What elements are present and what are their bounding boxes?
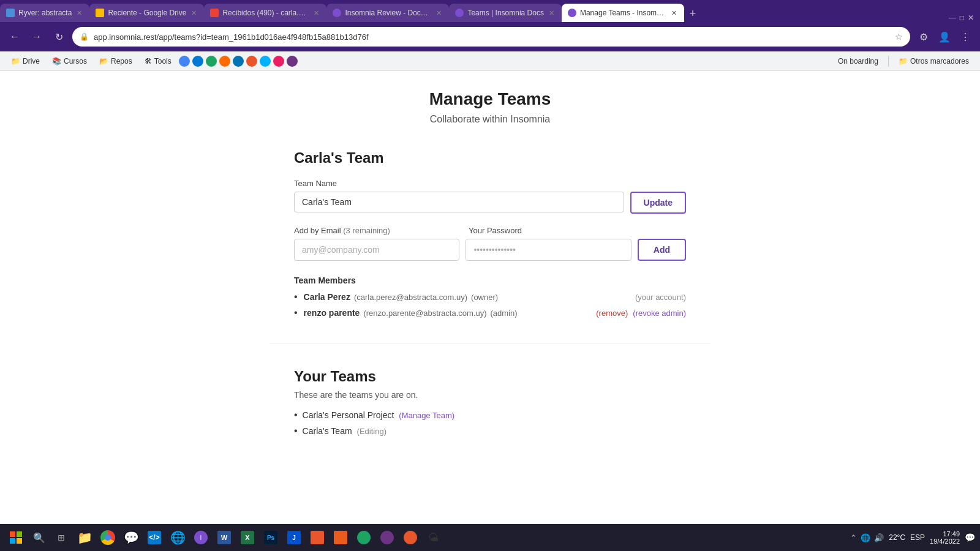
tab-drive-close[interactable]: ✕ (190, 8, 198, 18)
team-item-personal: • Carla's Personal Project (Manage Team) (294, 410, 686, 421)
tab-ryver-label: Ryver: abstracta (18, 9, 72, 17)
member-renzo-role: (admin) (490, 309, 517, 318)
bookmark-item8-icon[interactable] (273, 56, 284, 67)
new-tab-button[interactable]: + (684, 5, 701, 22)
team-bullet-1: • (294, 410, 298, 421)
tab-insomnia-review[interactable]: Insomnia Review - Docume... ✕ (326, 4, 449, 22)
page-content: Manage Teams Collaborate within Insomnia… (0, 71, 980, 475)
tab-ryver[interactable]: Ryver: abstracta ✕ (0, 4, 89, 22)
team-carla-name: Carla's Team (303, 426, 352, 436)
member-renzo-left: • renzo parente (renzo.parente@abstracta… (294, 307, 518, 318)
ryver-favicon (6, 9, 15, 17)
bookmark-separator (888, 56, 889, 67)
bookmark-tools[interactable]: 🛠 Tools (140, 55, 176, 67)
bookmark-otros[interactable]: 📁 Otros marcadores (894, 55, 974, 67)
your-teams-desc: These are the teams you are on. (294, 390, 686, 400)
email-input[interactable] (294, 239, 459, 261)
bookmark-otros-icon: 📁 (899, 57, 908, 66)
bookmark-item4-icon[interactable] (219, 56, 230, 67)
insomnia-review-favicon (333, 9, 341, 17)
tab-insomnia-review-close[interactable]: ✕ (435, 8, 443, 18)
add-email-labels-row: Add by Email (3 remaining) Your Password (294, 226, 686, 239)
team-bullet-2: • (294, 425, 298, 437)
tab-manage-teams-close[interactable]: ✕ (670, 8, 678, 18)
bookmark-tools-icon: 🛠 (145, 57, 152, 66)
tab-gmail-close[interactable]: ✕ (312, 8, 320, 18)
bullet-2: • (294, 307, 298, 318)
update-button[interactable]: Update (630, 192, 686, 214)
tab-ryver-close[interactable]: ✕ (75, 8, 83, 18)
tab-insomnia-docs-label: Teams | Insomnia Docs (467, 9, 544, 17)
reload-button[interactable]: ↻ (50, 28, 67, 45)
teams-list: • Carla's Personal Project (Manage Team)… (294, 410, 686, 437)
close-button[interactable]: ✕ (968, 13, 974, 22)
bookmark-ms-icon[interactable] (192, 56, 203, 67)
tab-manage-teams[interactable]: Manage Teams - Insomnia ✕ (562, 4, 684, 22)
your-account-text: (your account) (635, 293, 686, 302)
add-button[interactable]: Add (638, 239, 686, 261)
tab-drive[interactable]: Reciente - Google Drive ✕ (89, 4, 204, 22)
team-personal-name: Carla's Personal Project (303, 410, 394, 420)
forward-button[interactable]: → (28, 28, 45, 45)
member-carla-left: • Carla Perez (carla.perez@abstracta.com… (294, 291, 498, 302)
tab-bar: Ryver: abstracta ✕ Reciente - Google Dri… (0, 0, 980, 22)
member-renzo-right: (remove) (revoke admin) (596, 309, 686, 318)
bookmark-onboarding[interactable]: On boarding (833, 55, 883, 67)
tab-insomnia-docs-close[interactable]: ✕ (548, 8, 556, 18)
member-carla-right: (your account) (635, 293, 686, 302)
tab-insomnia-docs[interactable]: Teams | Insomnia Docs ✕ (449, 4, 562, 22)
remove-member-link[interactable]: (remove) (596, 309, 628, 318)
manage-team-link[interactable]: (Manage Team) (399, 411, 454, 420)
bookmark-onboarding-label: On boarding (838, 57, 878, 66)
tab-gmail-label: Recibidos (490) - carla.pere... (222, 9, 309, 17)
page-subtitle: Collaborate within Insomnia (0, 114, 980, 125)
revoke-admin-link[interactable]: (revoke admin) (633, 309, 686, 318)
minimize-button[interactable]: — (949, 13, 956, 22)
member-item-renzo: • renzo parente (renzo.parente@abstracta… (294, 307, 686, 318)
bookmark-cursos-icon: 📚 (52, 57, 61, 66)
menu-button[interactable]: ⋮ (957, 28, 974, 45)
team-item-carla: • Carla's Team (Editing) (294, 425, 686, 437)
address-bar: ← → ↻ 🔒 app.insomnia.rest/app/teams?id=t… (0, 22, 980, 51)
section-divider (270, 343, 710, 343)
team-members-section: Team Members • Carla Perez (carla.perez@… (294, 276, 686, 318)
your-teams-title: Your Teams (294, 368, 686, 385)
bookmark-otros-label: Otros marcadores (910, 57, 969, 66)
bullet-1: • (294, 291, 298, 302)
your-teams-section: Your Teams These are the teams you are o… (270, 368, 710, 437)
carla-team-section: Carla's Team Team Name Update Add by Ema… (270, 149, 710, 318)
url-bar[interactable]: 🔒 app.insomnia.rest/app/teams?id=team_19… (72, 27, 910, 47)
bookmark-cursos[interactable]: 📚 Cursos (47, 55, 92, 67)
maximize-button[interactable]: □ (960, 13, 964, 22)
member-renzo-email: (renzo.parente@abstracta.com.uy) (363, 309, 486, 318)
back-button[interactable]: ← (6, 28, 23, 45)
bookmark-linkedin-icon[interactable] (233, 56, 244, 67)
tab-drive-label: Reciente - Google Drive (108, 9, 186, 17)
bookmark-tools-label: Tools (154, 57, 172, 66)
add-email-group: Add by Email (3 remaining) Your Password… (294, 226, 686, 261)
tab-gmail[interactable]: Recibidos (490) - carla.pere... ✕ (204, 4, 326, 22)
lock-icon: 🔒 (80, 32, 89, 41)
extensions-button[interactable]: ⚙ (915, 28, 932, 45)
bookmark-star-icon[interactable]: ☆ (895, 32, 903, 42)
password-input[interactable] (466, 239, 631, 261)
tab-manage-teams-label: Manage Teams - Insomnia (580, 9, 666, 17)
team-name-group: Team Name Update (294, 179, 686, 214)
bookmark-drive[interactable]: 📁 Drive (6, 55, 45, 67)
carla-team-title: Carla's Team (294, 149, 686, 167)
bookmark-item3-icon[interactable] (206, 56, 217, 67)
profile-button[interactable]: 👤 (936, 28, 953, 45)
manage-teams-favicon (568, 9, 576, 17)
team-editing-label: (Editing) (357, 427, 386, 436)
bookmark-item9-icon[interactable] (287, 56, 298, 67)
bookmark-cursos-label: Cursos (64, 57, 87, 66)
password-label: Your Password (469, 226, 631, 235)
page-title: Manage Teams (0, 89, 980, 109)
team-name-input[interactable] (294, 192, 624, 212)
add-email-label: Add by Email (3 remaining) (294, 226, 456, 235)
bookmark-google-icon[interactable] (179, 56, 190, 67)
bookmark-item7-icon[interactable] (260, 56, 271, 67)
member-carla-name: Carla Perez (304, 292, 350, 302)
bookmark-item6-icon[interactable] (246, 56, 257, 67)
bookmark-repos[interactable]: 📂 Repos (94, 55, 137, 67)
